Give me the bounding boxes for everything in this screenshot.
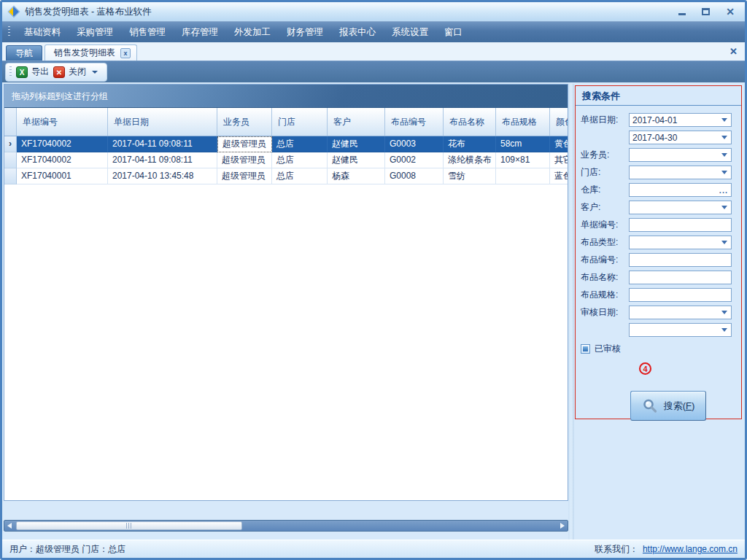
column-header-fabric-name[interactable]: 布品名称 — [444, 108, 496, 136]
field-label: 布品规格: — [581, 289, 629, 301]
cell-doc-no[interactable]: XF17040002 — [17, 136, 108, 152]
cell-color[interactable]: 蓝色 — [550, 168, 568, 184]
maximize-icon[interactable] — [702, 8, 710, 15]
cell-store[interactable]: 总店 — [272, 168, 328, 184]
search-button[interactable]: 搜索(F) — [630, 391, 706, 421]
cell-fabric-name[interactable]: 涤纶横条布 — [444, 152, 496, 168]
fabric-spec-input[interactable] — [629, 288, 732, 302]
chevron-down-icon[interactable] — [92, 71, 98, 74]
store-combo[interactable] — [629, 166, 732, 179]
cell-salesman[interactable]: 超级管理员 — [217, 168, 272, 184]
menu-item-settings[interactable]: 系统设置 — [384, 22, 436, 43]
column-header-fabric-spec[interactable]: 布品规格 — [496, 108, 550, 136]
ellipsis-icon[interactable]: ... — [719, 186, 728, 195]
cell-fabric-no[interactable]: G0002 — [385, 152, 444, 168]
cell-fabric-no[interactable]: G0008 — [385, 168, 444, 184]
dropdown-arrow-icon[interactable] — [721, 136, 727, 139]
panel-splitter[interactable] — [568, 84, 574, 540]
horizontal-scrollbar[interactable] — [4, 520, 568, 532]
field-store: 门店: — [581, 166, 732, 179]
menu-item-base-data[interactable]: 基础资料 — [16, 22, 69, 43]
tab-navigation[interactable]: 导航 — [6, 45, 42, 61]
cell-fabric-name[interactable]: 花布 — [444, 136, 496, 152]
scrollbar-thumb[interactable] — [16, 521, 242, 530]
dropdown-arrow-icon[interactable] — [721, 171, 727, 174]
grip-handle-icon — [126, 523, 133, 529]
cell-salesman[interactable]: 超级管理员 — [217, 152, 272, 168]
doc-date-to-combo[interactable]: 2017-04-30 — [629, 131, 732, 144]
cell-customer[interactable]: 杨森 — [328, 168, 385, 184]
customer-combo[interactable] — [629, 201, 732, 214]
cell-customer[interactable]: 赵健民 — [328, 136, 385, 152]
warehouse-picker[interactable]: ... — [629, 183, 732, 197]
menu-item-outsource[interactable]: 外发加工 — [226, 22, 279, 43]
dropdown-arrow-icon[interactable] — [721, 311, 727, 314]
column-header-fabric-no[interactable]: 布品编号 — [385, 108, 444, 136]
field-audit-date-to — [581, 323, 732, 337]
search-panel-title: 搜索条件 — [576, 88, 741, 106]
cell-fabric-spec[interactable]: 58cm — [496, 136, 550, 152]
dropdown-arrow-icon[interactable] — [721, 206, 727, 209]
menu-item-reports[interactable]: 报表中心 — [331, 22, 384, 43]
fabric-type-combo[interactable] — [629, 236, 732, 249]
cell-doc-date[interactable]: 2017-04-11 09:08:11 — [108, 136, 217, 152]
close-pane-icon[interactable]: ✕ — [729, 46, 738, 57]
website-link[interactable]: http://www.lange.com.cn — [643, 544, 738, 554]
excel-icon: X — [16, 66, 28, 78]
menu-item-purchase[interactable]: 采购管理 — [69, 22, 121, 43]
export-button[interactable]: X 导出 — [16, 66, 49, 78]
salesman-combo[interactable] — [629, 148, 732, 162]
cell-doc-no[interactable]: XF17040001 — [17, 168, 108, 184]
cell-doc-date[interactable]: 2017-04-11 09:08:11 — [108, 152, 217, 168]
column-header-salesman[interactable]: 业务员 — [217, 108, 272, 136]
menu-item-sales[interactable]: 销售管理 — [121, 22, 174, 43]
doc-no-input[interactable] — [629, 218, 732, 232]
column-header-color[interactable]: 颜色 — [550, 108, 568, 136]
cell-fabric-spec[interactable]: 109×81 — [496, 152, 550, 168]
table-row[interactable]: XF17040002 2017-04-11 09:08:11 超级管理员 总店 … — [4, 152, 568, 168]
column-header-doc-no[interactable]: 单据编号 — [17, 108, 108, 136]
close-icon[interactable]: ✕ — [726, 7, 735, 16]
dropdown-arrow-icon[interactable] — [721, 328, 727, 332]
column-header-doc-date[interactable]: 单据日期 — [108, 108, 217, 136]
fabric-no-input[interactable] — [629, 253, 732, 267]
fabric-name-input[interactable] — [629, 271, 732, 284]
dropdown-arrow-icon[interactable] — [721, 153, 727, 157]
cell-doc-date[interactable]: 2017-04-10 13:45:48 — [108, 168, 217, 184]
audit-date-from-combo[interactable] — [629, 306, 732, 319]
cell-fabric-spec[interactable] — [496, 168, 550, 184]
field-fabric-no: 布品编号: — [581, 253, 732, 267]
table-row[interactable]: › XF17040002 2017-04-11 09:08:11 超级管理员 总… — [4, 136, 568, 152]
table-row[interactable]: XF17040001 2017-04-10 13:45:48 超级管理员 总店 … — [4, 168, 568, 184]
menu-item-window[interactable]: 窗口 — [436, 22, 471, 43]
tab-sales-shipment-detail[interactable]: 销售发货明细表 x — [44, 44, 137, 61]
cell-fabric-no[interactable]: G0003 — [385, 136, 444, 152]
cell-fabric-name[interactable]: 雪纺 — [444, 168, 496, 184]
cell-store[interactable]: 总店 — [272, 136, 328, 152]
cell-salesman-focused[interactable]: 超级管理员 — [217, 136, 272, 152]
menu-item-finance[interactable]: 财务管理 — [279, 22, 331, 43]
dropdown-arrow-icon[interactable] — [721, 118, 727, 122]
approved-checkbox[interactable] — [581, 344, 590, 354]
status-right: 联系我们： http://www.lange.com.cn — [595, 543, 738, 556]
cell-customer[interactable]: 赵健民 — [328, 152, 385, 168]
cell-color[interactable]: 黄色 — [550, 136, 568, 152]
column-header-store[interactable]: 门店 — [272, 108, 328, 136]
scroll-left-icon[interactable] — [4, 523, 15, 529]
audit-date-to-combo[interactable] — [629, 323, 732, 337]
dropdown-arrow-icon[interactable] — [721, 241, 727, 244]
close-tab-icon[interactable]: x — [120, 48, 131, 58]
cell-color[interactable]: 其它 — [550, 152, 568, 168]
window-title: 销售发货明细表 - 蓝格布业软件 — [25, 6, 152, 18]
close-report-button[interactable]: ✕ 关闭 — [53, 66, 86, 78]
field-doc-date-to: 2017-04-30 — [581, 131, 732, 144]
doc-date-from-combo[interactable]: 2017-04-01 — [629, 113, 732, 127]
group-by-panel[interactable]: 拖动列标题到这进行分组 — [4, 85, 568, 108]
menu-item-inventory[interactable]: 库存管理 — [174, 22, 226, 43]
cell-store[interactable]: 总店 — [272, 152, 328, 168]
red-close-icon: ✕ — [53, 66, 65, 78]
cell-doc-no[interactable]: XF17040002 — [17, 152, 108, 168]
column-header-customer[interactable]: 客户 — [328, 108, 385, 136]
minimize-icon[interactable] — [678, 9, 686, 15]
scroll-right-icon[interactable] — [557, 523, 568, 529]
